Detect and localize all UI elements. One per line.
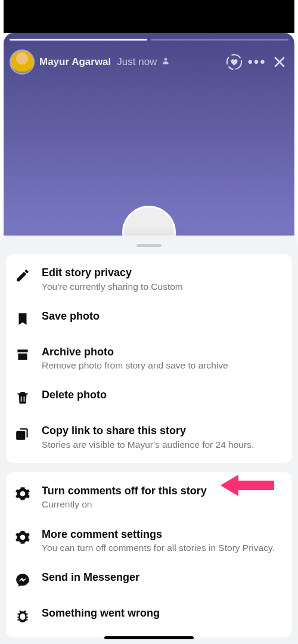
menu-item-send-messenger[interactable]: Send in Messenger [6, 562, 292, 598]
menu-item-title: Archive photo [42, 345, 281, 359]
menu-item-copy-link[interactable]: Copy link to share this story Stories ar… [6, 416, 292, 459]
reaction-icon[interactable] [225, 53, 243, 71]
pencil-icon [13, 266, 32, 285]
bug-icon [13, 606, 32, 626]
menu-item-title: More comment settings [42, 528, 281, 541]
status-bar [4, 0, 294, 33]
copy-icon [13, 424, 32, 443]
privacy-icon [162, 57, 170, 67]
menu-item-title: Send in Messenger [42, 571, 281, 584]
action-sheet: Edit story privacy You're currently shar… [0, 236, 298, 644]
menu-item-subtitle: You can turn off comments for all storie… [42, 542, 281, 554]
menu-item-title: Delete photo [42, 388, 281, 402]
gear-icon [13, 528, 32, 547]
menu-item-edit-privacy[interactable]: Edit story privacy You're currently shar… [6, 258, 292, 301]
story-header: Mayur Agarwal Just now ••• [10, 49, 288, 75]
more-icon[interactable]: ••• [248, 54, 266, 70]
username-label[interactable]: Mayur Agarwal [39, 56, 111, 68]
progress-segment [10, 39, 147, 41]
gear-icon [13, 484, 32, 503]
story-viewer: Mayur Agarwal Just now ••• [4, 33, 294, 236]
menu-item-title: Turn comments off for this story [42, 484, 281, 498]
archive-icon [13, 345, 32, 364]
menu-item-something-wrong[interactable]: Something went wrong [6, 598, 292, 634]
progress-segment [151, 39, 288, 41]
close-icon[interactable] [271, 55, 288, 69]
home-indicator [104, 636, 194, 639]
menu-item-subtitle: Stories are visible to Mayur's audience … [42, 439, 281, 451]
story-progress [10, 39, 288, 41]
bookmark-icon [13, 309, 32, 329]
menu-item-subtitle: Remove photo from story and save to arch… [42, 360, 281, 371]
timestamp-label: Just now [117, 56, 157, 68]
messenger-icon [13, 571, 32, 590]
menu-card: Turn comments off for this story Current… [6, 472, 292, 637]
menu-item-delete-photo[interactable]: Delete photo [6, 380, 292, 416]
menu-item-title: Something went wrong [42, 606, 281, 620]
device-frame: Mayur Agarwal Just now ••• [0, 0, 298, 644]
menu-item-turn-comments-off[interactable]: Turn comments off for this story Current… [6, 476, 292, 519]
menu-item-title: Save photo [42, 309, 281, 323]
menu-item-save-photo[interactable]: Save photo [6, 301, 292, 337]
sheet-grabber[interactable] [136, 244, 162, 247]
menu-item-subtitle: Currently on [42, 499, 281, 510]
menu-item-more-comment-settings[interactable]: More comment settings You can turn off c… [6, 519, 292, 563]
menu-item-title: Copy link to share this story [42, 424, 281, 438]
menu-item-subtitle: You're currently sharing to Custom [42, 281, 281, 293]
trash-icon [13, 388, 32, 407]
avatar[interactable] [10, 49, 35, 75]
menu-item-archive-photo[interactable]: Archive photo Remove photo from story an… [6, 337, 292, 380]
menu-item-title: Edit story privacy [42, 266, 281, 280]
menu-card: Edit story privacy You're currently shar… [6, 254, 292, 463]
